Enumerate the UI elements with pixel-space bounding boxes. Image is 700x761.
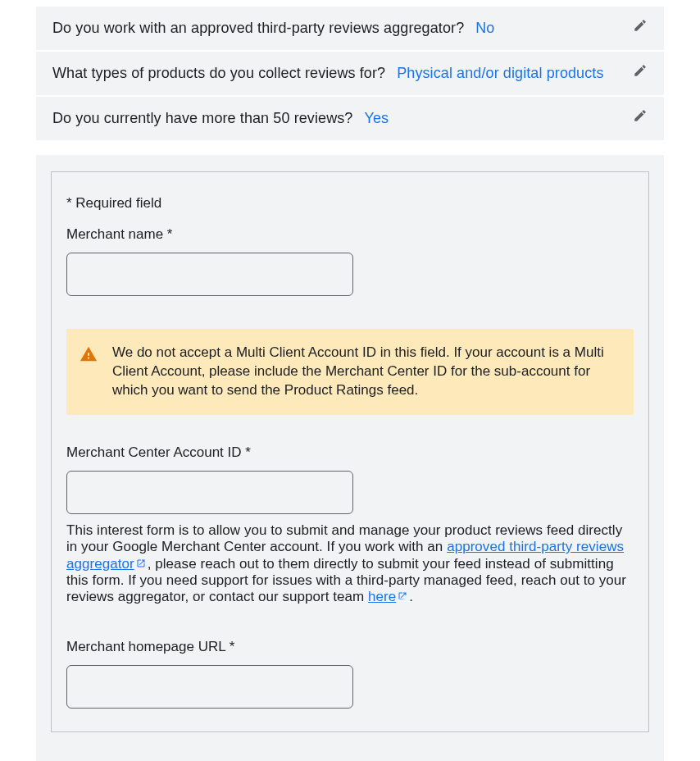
edit-icon[interactable] — [633, 108, 648, 123]
external-link-icon — [398, 591, 407, 601]
merchant-name-input[interactable] — [66, 253, 353, 296]
homepage-label: Merchant homepage URL * — [66, 639, 634, 655]
required-field-note: * Required field — [66, 195, 634, 212]
homepage-block: Merchant homepage URL * — [66, 639, 634, 709]
merchant-name-label: Merchant name * — [66, 226, 634, 243]
account-id-label: Merchant Center Account ID * — [66, 444, 634, 461]
support-link[interactable]: here — [368, 589, 409, 604]
homepage-input[interactable] — [66, 665, 353, 709]
helper-text-part: , please reach out to them directly to s… — [66, 556, 626, 605]
form-panel: * Required field Merchant name * We do n… — [36, 155, 664, 761]
question-text: Do you work with an approved third-party… — [52, 20, 464, 37]
edit-icon[interactable] — [633, 18, 648, 33]
question-text: Do you currently have more than 50 revie… — [52, 110, 352, 127]
warning-icon — [80, 345, 98, 363]
edit-icon[interactable] — [633, 63, 648, 78]
summary-row-aggregator: Do you work with an approved third-party… — [36, 7, 664, 50]
merchant-name-block: Merchant name * — [66, 226, 634, 296]
answer-text: Physical and/or digital products — [397, 65, 603, 82]
question-text: What types of products do you collect re… — [52, 65, 385, 82]
helper-text-part: . — [409, 589, 413, 604]
answer-text: Yes — [364, 110, 389, 127]
alert-text: We do not accept a Multi Client Account … — [112, 344, 604, 398]
summary-row-review-count: Do you currently have more than 50 revie… — [36, 97, 664, 140]
external-link-icon — [136, 558, 146, 568]
alert-warning: We do not accept a Multi Client Account … — [66, 329, 634, 415]
answer-text: No — [475, 20, 494, 37]
account-id-block: Merchant Center Account ID * This intere… — [66, 444, 634, 606]
account-id-input[interactable] — [66, 471, 353, 514]
form-inner: * Required field Merchant name * We do n… — [51, 171, 649, 732]
account-id-helper: This interest form is to allow you to su… — [66, 522, 634, 606]
summary-row-product-types: What types of products do you collect re… — [36, 52, 664, 95]
